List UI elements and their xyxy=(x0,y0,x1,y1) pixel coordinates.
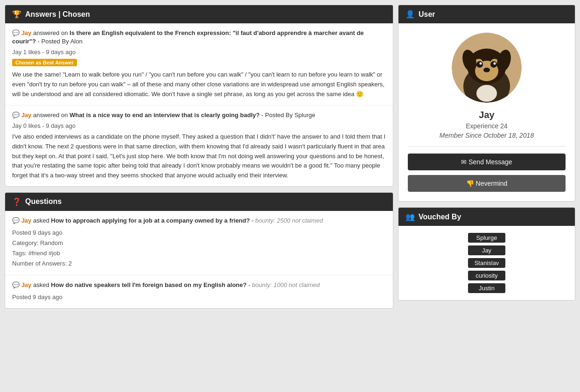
answer-posted-by-1: Posted By Alon xyxy=(42,38,83,45)
question-user-1[interactable]: Jay xyxy=(21,217,32,224)
avatar-container xyxy=(408,33,566,103)
vouched-tag: curiosity xyxy=(468,271,505,280)
question-detail-2: Posted 9 days ago xyxy=(12,292,386,302)
question-meta-2: 💬 Jay asked How do native speakers tell … xyxy=(12,281,386,289)
bounty-1: bounty: 2500 not claimed xyxy=(255,217,323,224)
member-since-label: Member Since xyxy=(440,132,482,139)
answer-user-1[interactable]: Jay xyxy=(21,29,32,36)
svg-point-12 xyxy=(476,85,497,102)
right-column: 👤 User xyxy=(398,0,580,305)
svg-point-8 xyxy=(490,61,497,68)
q-comment-icon-1: 💬 xyxy=(12,217,20,224)
likes-line-1: Jay 1 likes - 9 days ago xyxy=(12,49,386,56)
q-text-1: How to approach applying for a job at a … xyxy=(51,217,250,224)
likes-text-1: Jay 1 likes xyxy=(12,49,41,56)
answers-title: Answers | Chosen xyxy=(25,10,90,19)
time-ago-2: 9 days ago xyxy=(46,122,76,129)
answers-header: 🏆 Answers | Chosen xyxy=(5,5,393,23)
question-detail-1: Posted 9 days ago Category: Random Tags:… xyxy=(12,228,386,269)
answer-meta-2: 💬 Jay answered on What is a nice way to … xyxy=(12,111,386,119)
svg-point-11 xyxy=(483,68,490,72)
vouched-title: Vouched By xyxy=(419,213,461,221)
questions-title: Questions xyxy=(25,197,62,206)
q-action-2: asked xyxy=(33,281,49,288)
user-card: 👤 User xyxy=(398,5,575,202)
member-since-date: October 18, 2018 xyxy=(483,132,534,139)
likes-text-2: Jay 0 likes xyxy=(12,122,41,129)
q-num-answers-1: Number of Answers: 2 xyxy=(12,259,386,269)
answer-action-1: answered on xyxy=(33,29,68,36)
user-card-body: Jay Experience 24 Member Since October 1… xyxy=(398,23,575,201)
best-answer-badge: Chosen as Best Answer xyxy=(12,59,77,66)
q-posted-2: Posted 9 days ago xyxy=(12,292,386,302)
experience-label: Experience xyxy=(466,122,498,130)
trophy-icon: 🏆 xyxy=(12,10,21,19)
likes-line-2: Jay 0 likes - 9 days ago xyxy=(12,122,386,129)
answer-posted-by-2: Posted By Splurge xyxy=(265,112,315,119)
q-tags-1: Tags: #friend #job xyxy=(12,248,386,259)
answer-body-2: I've also ended interviews as a candidat… xyxy=(12,132,386,181)
vouched-card: 👥 Vouched By SplurgeJayStanislavcuriosit… xyxy=(398,207,575,301)
vouched-tag: Justin xyxy=(468,283,505,293)
user-experience: Experience 24 xyxy=(408,122,566,130)
answer-question-2: What is a nice way to end an interview t… xyxy=(70,112,259,119)
vouched-tag: Splurge xyxy=(468,233,505,243)
user-name: Jay xyxy=(408,110,566,120)
vouched-header-icon: 👥 xyxy=(405,212,415,221)
questions-section: ❓ Questions 💬 Jay asked How to approach … xyxy=(5,192,393,308)
user-header-title: User xyxy=(419,10,435,19)
svg-point-10 xyxy=(494,63,496,65)
nevermind-button[interactable]: 👎 Nevermind xyxy=(408,175,566,192)
question-item-2: 💬 Jay asked How do native speakers tell … xyxy=(5,275,393,308)
avatar xyxy=(452,33,522,103)
vouched-header: 👥 Vouched By xyxy=(398,208,575,226)
answer-item-2: 💬 Jay answered on What is a nice way to … xyxy=(5,105,393,186)
answer-body-1: We use the same! "Learn to walk before y… xyxy=(12,70,386,99)
thumbsdown-icon: 👎 xyxy=(466,180,476,187)
bounty-2: bounty: 1000 not claimed xyxy=(252,281,320,288)
q-comment-icon-2: 💬 xyxy=(12,281,20,288)
answer-meta-1: 💬 Jay answered on Is there an English eq… xyxy=(12,29,386,46)
comment-icon-2: 💬 xyxy=(12,112,20,119)
q-text-2: How do native speakers tell I'm foreign … xyxy=(51,281,246,288)
questions-header: ❓ Questions xyxy=(5,193,393,211)
q-posted-1: Posted 9 days ago xyxy=(12,228,386,238)
answers-section: 🏆 Answers | Chosen 💬 Jay answered on Is … xyxy=(5,5,393,187)
user-header-icon: 👤 xyxy=(405,10,415,19)
answer-item-1: 💬 Jay answered on Is there an English eq… xyxy=(5,23,393,105)
time-ago-1: 9 days ago xyxy=(46,49,76,56)
send-message-button[interactable]: ✉ Send Message xyxy=(408,154,566,170)
answer-action-2: answered on xyxy=(33,112,68,119)
question-icon: ❓ xyxy=(12,197,21,206)
user-member-since: Member Since October 18, 2018 xyxy=(408,132,566,139)
question-meta-1: 💬 Jay asked How to approach applying for… xyxy=(12,217,386,225)
q-category-1: Category: Random xyxy=(12,238,386,248)
question-user-2[interactable]: Jay xyxy=(21,281,32,288)
vouched-tag: Jay xyxy=(468,245,505,255)
user-card-header: 👤 User xyxy=(398,5,575,23)
answer-user-2[interactable]: Jay xyxy=(21,112,32,119)
envelope-icon: ✉ xyxy=(461,158,468,166)
svg-point-9 xyxy=(480,63,482,65)
svg-point-7 xyxy=(476,61,483,68)
vouched-body: SplurgeJayStanislavcuriosityJustin xyxy=(398,226,575,300)
left-column: 🏆 Answers | Chosen 💬 Jay answered on Is … xyxy=(0,0,398,313)
comment-icon-1: 💬 xyxy=(12,29,20,36)
divider xyxy=(408,146,566,147)
question-item-1: 💬 Jay asked How to approach applying for… xyxy=(5,211,393,275)
vouched-tag: Stanislav xyxy=(468,258,506,268)
experience-value: 24 xyxy=(500,122,508,130)
q-action-1: asked xyxy=(33,217,49,224)
